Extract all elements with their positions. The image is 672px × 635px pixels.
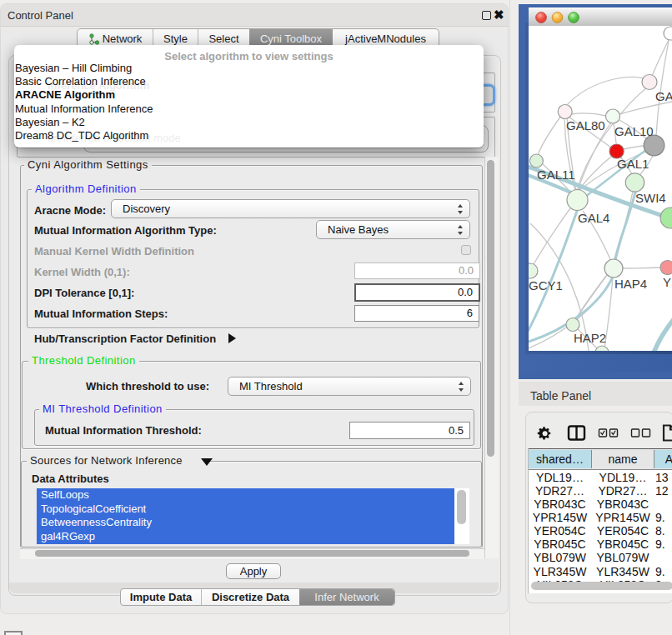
svg-text:Y: Y: [663, 275, 671, 289]
svg-text:HAP4: HAP4: [614, 277, 647, 291]
svg-text:GAL4: GAL4: [578, 211, 609, 225]
svg-text:GAL: GAL: [655, 89, 672, 103]
svg-text:GAL80: GAL80: [566, 118, 605, 132]
svg-text:SWI4: SWI4: [635, 191, 666, 205]
svg-text:GCY1: GCY1: [529, 278, 563, 292]
svg-text:GAL1: GAL1: [617, 157, 649, 171]
svg-text:GAL10: GAL10: [614, 124, 654, 138]
svg-text:GAL11: GAL11: [537, 168, 575, 182]
svg-text:HAP2: HAP2: [574, 331, 606, 345]
